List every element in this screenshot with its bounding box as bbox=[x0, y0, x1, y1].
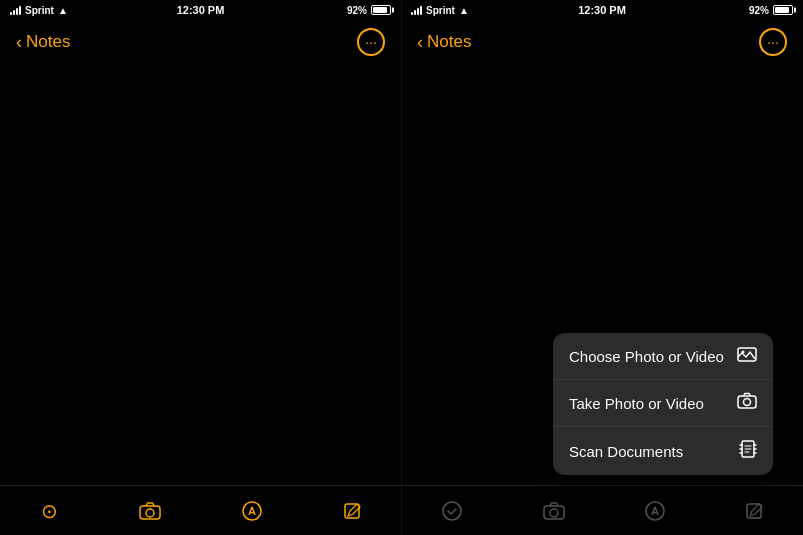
right-more-button[interactable]: ··· bbox=[759, 28, 787, 56]
right-nav-bar: ‹ Notes ··· bbox=[401, 20, 803, 64]
wifi-icon: ▲ bbox=[58, 5, 68, 16]
right-camera-icon[interactable] bbox=[543, 502, 565, 520]
left-camera-icon[interactable] bbox=[139, 502, 161, 520]
right-bottom-toolbar: A bbox=[401, 485, 803, 535]
right-compose-icon[interactable]: A bbox=[645, 501, 665, 521]
right-edit-icon[interactable] bbox=[745, 502, 763, 520]
left-back-chevron-icon: ‹ bbox=[16, 33, 22, 51]
right-more-icon: ··· bbox=[767, 34, 779, 50]
left-status-bar: Sprint ▲ 12:30 PM 92% bbox=[0, 0, 401, 20]
right-carrier: Sprint bbox=[426, 5, 455, 16]
right-back-chevron-icon: ‹ bbox=[417, 33, 423, 51]
right-time: 12:30 PM bbox=[578, 4, 626, 16]
left-battery-info: 92% bbox=[347, 5, 391, 16]
left-edit-icon[interactable] bbox=[343, 502, 361, 520]
battery-fill bbox=[373, 7, 387, 13]
left-more-icon: ··· bbox=[365, 34, 377, 50]
right-battery-fill bbox=[775, 7, 789, 13]
svg-text:A: A bbox=[248, 505, 256, 517]
popup-menu: Choose Photo or Video Take Photo or Vide… bbox=[553, 333, 773, 475]
popup-choose-photo[interactable]: Choose Photo or Video bbox=[553, 333, 773, 380]
popup-take-photo-label: Take Photo or Video bbox=[569, 395, 729, 412]
svg-rect-10 bbox=[747, 504, 761, 518]
left-time: 12:30 PM bbox=[177, 4, 225, 16]
left-carrier-info: Sprint ▲ bbox=[10, 5, 68, 16]
right-back-label: Notes bbox=[427, 32, 471, 52]
left-more-button[interactable]: ··· bbox=[357, 28, 385, 56]
popup-take-photo-icon bbox=[737, 392, 757, 414]
screen-divider bbox=[401, 0, 402, 535]
right-carrier-info: Sprint ▲ bbox=[411, 5, 469, 16]
svg-point-5 bbox=[443, 502, 461, 520]
left-battery-percent: 92% bbox=[347, 5, 367, 16]
signal-icon bbox=[10, 5, 21, 15]
left-compose-icon[interactable]: A bbox=[242, 501, 262, 521]
svg-point-7 bbox=[550, 509, 558, 517]
svg-point-14 bbox=[744, 399, 751, 406]
right-battery-percent: 92% bbox=[749, 5, 769, 16]
popup-scan-docs-icon bbox=[739, 439, 757, 463]
popup-choose-photo-label: Choose Photo or Video bbox=[569, 348, 729, 365]
right-wifi-icon: ▲ bbox=[459, 5, 469, 16]
right-checkmark-icon[interactable] bbox=[441, 500, 463, 522]
svg-point-12 bbox=[742, 351, 745, 354]
right-status-bar: Sprint ▲ 12:30 PM 92% bbox=[401, 0, 803, 20]
svg-text:A: A bbox=[651, 505, 659, 517]
left-nav-bar: ‹ Notes ··· bbox=[0, 20, 401, 64]
battery-icon bbox=[371, 5, 391, 15]
left-checkmark-icon[interactable]: ⊙ bbox=[41, 499, 58, 523]
right-signal-icon bbox=[411, 5, 422, 15]
right-battery-icon bbox=[773, 5, 793, 15]
left-back-label: Notes bbox=[26, 32, 70, 52]
popup-scan-docs[interactable]: Scan Documents bbox=[553, 427, 773, 475]
left-bottom-toolbar: ⊙ A bbox=[0, 485, 401, 535]
left-carrier: Sprint bbox=[25, 5, 54, 16]
right-battery-info: 92% bbox=[749, 5, 793, 16]
popup-choose-photo-icon bbox=[737, 345, 757, 367]
left-back-button[interactable]: ‹ Notes bbox=[16, 32, 70, 52]
right-back-button[interactable]: ‹ Notes bbox=[417, 32, 471, 52]
svg-rect-4 bbox=[345, 504, 359, 518]
popup-take-photo[interactable]: Take Photo or Video bbox=[553, 380, 773, 427]
svg-point-1 bbox=[146, 509, 154, 517]
popup-scan-docs-label: Scan Documents bbox=[569, 443, 731, 460]
